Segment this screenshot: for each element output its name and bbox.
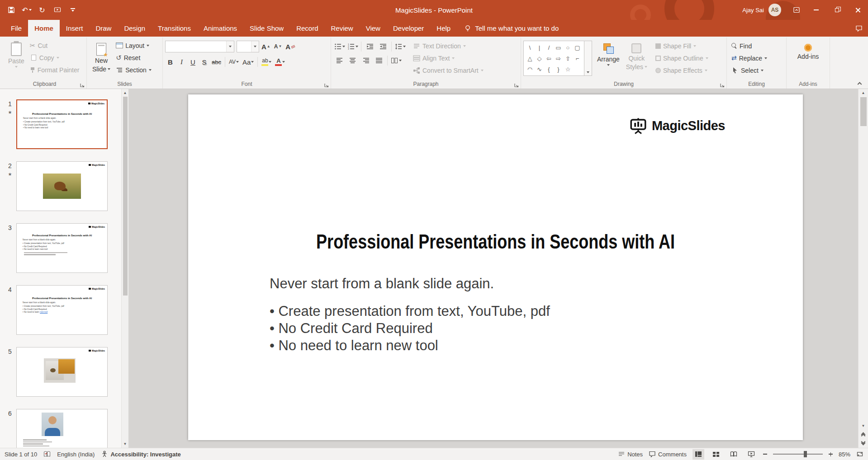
shape-option[interactable]: ∿ — [535, 64, 544, 75]
undo-icon[interactable]: ↶ — [20, 3, 33, 17]
italic-button[interactable]: I — [176, 56, 187, 68]
tab-draw[interactable]: Draw — [89, 20, 118, 37]
tab-record[interactable]: Record — [290, 20, 324, 37]
character-spacing-button[interactable]: AV — [228, 56, 240, 68]
scroll-up-arrow[interactable]: ▲ — [122, 89, 128, 97]
scrollbar-thumb[interactable] — [860, 97, 867, 126]
thumbnail-page[interactable]: MagicSlides Professional Presentations i… — [16, 223, 108, 273]
shape-option[interactable]: ▢ — [573, 42, 582, 53]
tab-review[interactable]: Review — [325, 20, 360, 37]
zoom-level[interactable]: 85% — [839, 451, 850, 458]
customize-qat-icon[interactable] — [66, 3, 80, 17]
find-button[interactable]: Find — [729, 40, 769, 52]
increase-indent-button[interactable] — [377, 41, 389, 52]
zoom-in-button[interactable] — [829, 452, 833, 456]
comment-bubble-icon[interactable] — [855, 25, 863, 32]
collapse-ribbon-button[interactable] — [855, 79, 863, 86]
zoom-slider[interactable] — [773, 454, 823, 455]
change-case-button[interactable]: Aa — [241, 56, 255, 68]
strikethrough-button[interactable]: abc — [210, 56, 223, 68]
tab-help[interactable]: Help — [430, 20, 457, 37]
scroll-down-arrow[interactable]: ▼ — [122, 440, 128, 448]
normal-view-button[interactable] — [693, 449, 704, 460]
spell-check-button[interactable] — [43, 451, 51, 458]
tab-view[interactable]: View — [360, 20, 387, 37]
scroll-up-arrow[interactable]: ▲ — [859, 89, 868, 97]
close-button[interactable] — [847, 0, 868, 20]
shape-option[interactable]: ⇦ — [544, 53, 554, 64]
tab-animations[interactable]: Animations — [197, 20, 243, 37]
thumbnail-page[interactable] — [16, 409, 108, 448]
tab-home[interactable]: Home — [28, 20, 60, 37]
font-name-dropdown[interactable] — [226, 41, 234, 52]
notes-button[interactable]: Notes — [618, 451, 643, 458]
thumbnail-page[interactable]: MagicSlides — [16, 161, 108, 211]
thumbnail-page[interactable]: MagicSlides — [16, 347, 108, 397]
save-icon[interactable] — [5, 3, 18, 17]
ribbon-display-options-icon[interactable] — [787, 0, 806, 20]
zoom-out-button[interactable] — [763, 454, 767, 455]
thumbnail-page[interactable]: MagicSlides Professional Presentations i… — [16, 285, 108, 335]
shape-option[interactable]: ◠ — [525, 64, 535, 75]
shape-option[interactable]: { — [544, 64, 554, 75]
shape-option[interactable]: | — [535, 42, 544, 53]
justify-button[interactable] — [373, 55, 385, 66]
shape-option[interactable]: ⇨ — [554, 53, 563, 64]
align-right-button[interactable] — [360, 55, 372, 66]
current-slide[interactable]: MagicSlides Professional Presentations i… — [188, 94, 803, 440]
new-slide-button[interactable]: New Slide — [89, 39, 114, 75]
replace-button[interactable]: ⇄Replace — [729, 52, 769, 64]
tell-me-box[interactable]: Tell me what you want to do — [464, 20, 559, 37]
line-spacing-button[interactable] — [394, 41, 406, 52]
thumbnail-page[interactable]: MagicSlides Professional Presentations i… — [16, 99, 108, 149]
bullets-button[interactable] — [333, 41, 346, 52]
clear-formatting-button[interactable]: A — [284, 41, 296, 52]
font-size-dropdown[interactable] — [251, 41, 259, 52]
slide-sorter-view-button[interactable] — [710, 449, 722, 460]
highlight-color-button[interactable]: ab — [260, 56, 273, 68]
shape-option[interactable]: ◇ — [535, 53, 544, 64]
select-button[interactable]: Select — [729, 64, 769, 76]
shapes-gallery-more[interactable] — [584, 41, 592, 75]
zoom-slider-thumb[interactable] — [804, 451, 807, 457]
user-name[interactable]: Ajay Sai — [742, 7, 764, 14]
scrollbar-thumb[interactable] — [123, 97, 128, 296]
align-left-button[interactable] — [333, 55, 346, 66]
next-slide-button[interactable] — [859, 439, 868, 448]
align-center-button[interactable] — [346, 55, 359, 66]
redo-icon[interactable]: ↻ — [35, 3, 49, 17]
restore-button[interactable] — [826, 0, 847, 20]
tab-slide-show[interactable]: Slide Show — [243, 20, 290, 37]
section-button[interactable]: Section — [114, 64, 154, 76]
columns-button[interactable] — [390, 55, 402, 66]
comments-button[interactable]: Comments — [649, 451, 687, 458]
shape-option[interactable]: ☆ — [563, 64, 573, 75]
start-from-beginning-icon[interactable] — [51, 3, 64, 17]
font-name-combo[interactable] — [165, 41, 234, 52]
increase-font-size-button[interactable]: A▲ — [260, 41, 272, 52]
text-shadow-button[interactable]: S — [199, 56, 209, 68]
font-size-combo[interactable] — [237, 41, 259, 52]
tab-insert[interactable]: Insert — [60, 20, 90, 37]
slide-show-button[interactable] — [745, 449, 757, 460]
shape-option[interactable]: △ — [525, 53, 535, 64]
tab-transitions[interactable]: Transitions — [152, 20, 197, 37]
underline-button[interactable]: U — [188, 56, 198, 68]
scroll-down-arrow[interactable]: ▼ — [859, 422, 868, 430]
layout-button[interactable]: Layout — [114, 39, 154, 52]
fit-to-window-button[interactable] — [856, 451, 863, 458]
slide-body-text[interactable]: Never start from a blank slide again. • … — [270, 275, 550, 354]
tab-design[interactable]: Design — [118, 20, 152, 37]
reset-button[interactable]: ↺Reset — [114, 52, 154, 64]
arrange-button[interactable]: Arrange — [594, 39, 623, 68]
shape-option[interactable]: ⇧ — [563, 53, 573, 64]
language-button[interactable]: English (India) — [57, 451, 95, 458]
magicslides-logo[interactable]: MagicSlides — [629, 116, 725, 135]
shape-option[interactable]: ⌐ — [573, 53, 582, 64]
numbering-button[interactable]: 123 — [346, 41, 359, 52]
addins-button[interactable]: Add-ins — [794, 39, 822, 62]
decrease-indent-button[interactable] — [364, 41, 376, 52]
accessibility-button[interactable]: Accessibility: Investigate — [101, 451, 180, 458]
shape-option[interactable]: \ — [525, 42, 535, 53]
font-color-button[interactable]: A — [274, 56, 286, 68]
